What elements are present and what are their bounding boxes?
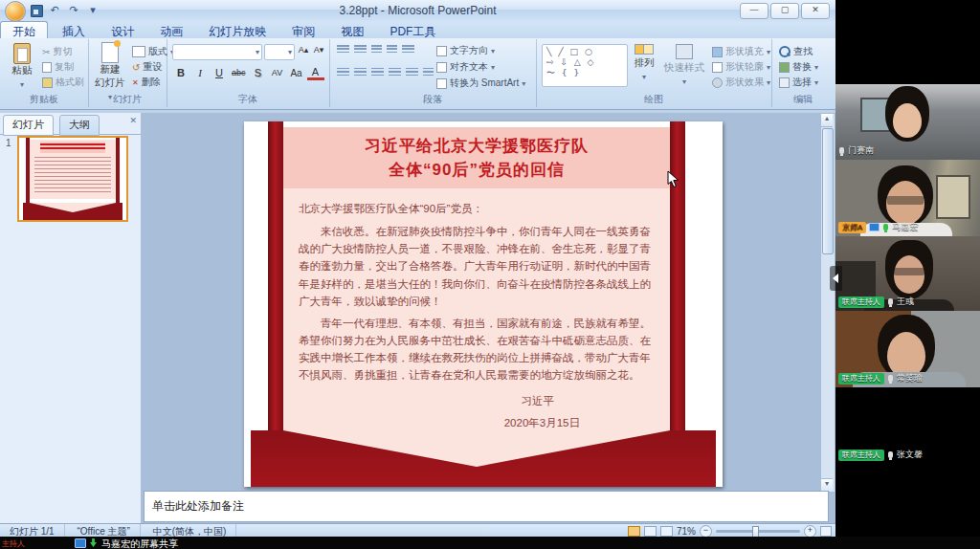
window-controls: — ▢ ✕ bbox=[740, 3, 830, 19]
quick-styles-button[interactable]: 快速样式 ▾ bbox=[662, 44, 706, 86]
fit-to-window-button[interactable] bbox=[820, 526, 832, 537]
scroll-down-icon[interactable]: ▾ bbox=[821, 478, 833, 492]
tab-outline[interactable]: 大纲 bbox=[59, 115, 100, 136]
text-direction-icon bbox=[436, 46, 447, 56]
group-editing: 查找 替换 ▾ 选择 ▾ 编辑 bbox=[771, 39, 835, 107]
sidebar-collapse-arrow[interactable] bbox=[830, 266, 842, 291]
participant-name: 常笑瑜 bbox=[897, 372, 923, 384]
video-tile-3[interactable]: 联席主持人 王彧 bbox=[835, 236, 980, 311]
bullets-button[interactable] bbox=[337, 45, 349, 55]
slideshow-view-button[interactable] bbox=[660, 526, 673, 537]
shapes-row-2: ⇨ ⇩ △ ◇ bbox=[546, 57, 623, 68]
group-slides: 新建 幻灯片 ▾ 版式 ▾ ↺ 重设 ✕ 删除 幻灯片 bbox=[88, 39, 167, 107]
align-right-button[interactable] bbox=[371, 68, 384, 77]
sharing-icon bbox=[869, 223, 880, 231]
scrollbar-thumb[interactable] bbox=[822, 128, 834, 254]
text-shadow-button[interactable]: S bbox=[250, 66, 267, 80]
align-center-button[interactable] bbox=[354, 68, 367, 77]
numbering-button[interactable] bbox=[354, 45, 367, 55]
video-tile-5[interactable]: 联席主持人 张文馨 bbox=[835, 387, 980, 537]
cut-button[interactable]: ✂ 剪切 bbox=[42, 45, 72, 58]
screen-share-label: 马嘉宏的屏幕共享 bbox=[101, 538, 178, 549]
group-drawing: ╲ ╱ □ ○ ⇨ ⇩ △ ◇ 〜 { } 排列 ▾ 快速样式 ▾ bbox=[536, 39, 772, 107]
powerpoint-window: ↶ ↷ ▾ 3.28ppt - Microsoft PowerPoint — ▢… bbox=[0, 0, 835, 537]
align-left-button[interactable] bbox=[337, 68, 349, 77]
replace-icon bbox=[779, 62, 790, 73]
character-spacing-button[interactable]: AV bbox=[269, 66, 286, 80]
zoom-slider[interactable] bbox=[716, 530, 800, 533]
text-direction-button[interactable]: 文字方向 ▾ bbox=[436, 44, 495, 57]
scroll-up-icon[interactable]: ▴ bbox=[821, 114, 833, 127]
status-bar: 幻灯片 1/1 “Office 主题” 中文(简体，中国) 71% − + bbox=[0, 523, 835, 538]
delete-slide-button[interactable]: ✕ 删除 bbox=[132, 76, 161, 89]
shape-effects-button[interactable]: 形状效果 ▾ bbox=[712, 76, 770, 89]
copy-button[interactable]: 复制 bbox=[42, 60, 74, 74]
notes-pane[interactable]: 单击此处添加备注 bbox=[144, 491, 829, 522]
copy-icon bbox=[42, 62, 52, 73]
slides-panel: 幻灯片 大纲 ✕ 1 bbox=[0, 113, 142, 523]
slide[interactable]: 习近平给北京大学援鄂医疗队 全体“90后”党员的回信 北京大学援鄂医疗队全体“9… bbox=[244, 121, 723, 487]
slides-panel-tabs: 幻灯片 大纲 ✕ bbox=[0, 113, 141, 135]
select-button[interactable]: 选择 ▾ bbox=[779, 76, 818, 89]
cohost-badge: 联席主持人 bbox=[838, 296, 884, 308]
increase-indent-button[interactable] bbox=[387, 45, 397, 55]
shapes-gallery[interactable]: ╲ ╱ □ ○ ⇨ ⇩ △ ◇ 〜 { } bbox=[542, 44, 628, 87]
find-button[interactable]: 查找 bbox=[779, 45, 813, 58]
panel-close-icon[interactable]: ✕ bbox=[129, 116, 137, 125]
video-tile-1[interactable]: 门赛南 bbox=[835, 0, 980, 160]
video-tile-2[interactable]: 京师A 马嘉宏 bbox=[835, 160, 980, 236]
find-icon bbox=[779, 46, 791, 57]
font-name-combo[interactable]: ▾ bbox=[172, 44, 262, 60]
video-tile-4[interactable]: 联席主持人 常笑瑜 bbox=[835, 311, 980, 387]
arrange-button[interactable]: 排列 ▾ bbox=[628, 44, 660, 81]
shape-fill-button[interactable]: 形状填充 ▾ bbox=[712, 45, 770, 58]
bold-button[interactable]: B bbox=[172, 66, 189, 80]
convert-smartart-button[interactable]: 转换为 SmartArt ▾ bbox=[436, 77, 525, 90]
normal-view-button[interactable] bbox=[628, 526, 640, 537]
vertical-scrollbar[interactable]: ▴ ▾ bbox=[820, 113, 835, 493]
tab-slides-thumbnails[interactable]: 幻灯片 bbox=[3, 115, 54, 136]
slide-title-line-2: 全体“90后”党员的回信 bbox=[283, 158, 670, 183]
new-slide-icon bbox=[101, 42, 119, 63]
maximize-button[interactable]: ▢ bbox=[770, 3, 799, 19]
shape-outline-icon bbox=[712, 62, 723, 73]
status-slide-number: 幻灯片 1/1 bbox=[0, 524, 65, 537]
shape-outline-button[interactable]: 形状轮廓 ▾ bbox=[712, 60, 770, 74]
zoom-in-button[interactable]: + bbox=[804, 525, 816, 538]
participants-sidebar: 门赛南 京师A 马嘉宏 联席 bbox=[835, 0, 980, 537]
columns-button[interactable] bbox=[423, 68, 434, 77]
reset-button[interactable]: ↺ 重设 bbox=[132, 60, 162, 74]
shrink-font-button[interactable]: A▾ bbox=[310, 43, 327, 57]
font-size-combo[interactable]: ▾ bbox=[264, 44, 295, 60]
role-badge: 京师A bbox=[838, 222, 866, 233]
decrease-indent-button[interactable] bbox=[371, 45, 382, 55]
slide-title[interactable]: 习近平给北京大学援鄂医疗队 全体“90后”党员的回信 bbox=[283, 127, 670, 188]
underline-button[interactable]: U bbox=[211, 66, 228, 80]
slide-title-line-1: 习近平给北京大学援鄂医疗队 bbox=[283, 134, 670, 159]
minimize-button[interactable]: — bbox=[740, 3, 768, 19]
replace-button[interactable]: 替换 ▾ bbox=[779, 60, 818, 74]
close-button[interactable]: ✕ bbox=[801, 3, 830, 19]
justify-button[interactable] bbox=[389, 68, 401, 77]
line-spacing-button[interactable] bbox=[402, 45, 414, 55]
zoom-out-button[interactable]: − bbox=[700, 525, 712, 538]
cohost-badge: 联席主持人 bbox=[838, 373, 884, 384]
slide-sorter-view-button[interactable] bbox=[644, 526, 657, 537]
mouse-cursor bbox=[667, 170, 679, 188]
paste-button[interactable]: 粘贴 ▾ bbox=[6, 43, 38, 89]
reset-icon: ↺ bbox=[132, 62, 140, 73]
letter-paragraph-1: 来信收悉。在新冠肺炎疫情防控斗争中，你们青年人同在一线英勇奋战的广大疫情防控人员… bbox=[299, 223, 655, 310]
strikethrough-button[interactable]: abc bbox=[230, 66, 248, 80]
format-painter-icon bbox=[42, 77, 53, 88]
group-font: ▾ ▾ A▴ A▾ B I U abc S AV Aa A 字体 bbox=[167, 39, 330, 107]
format-painter-button[interactable]: 格式刷 bbox=[42, 76, 84, 89]
slide-thumbnail[interactable] bbox=[17, 136, 128, 222]
italic-button[interactable]: I bbox=[191, 66, 209, 80]
change-case-button[interactable]: Aa bbox=[288, 66, 305, 80]
mic-icon bbox=[888, 375, 893, 382]
font-color-button[interactable]: A bbox=[307, 66, 324, 80]
distribute-button[interactable] bbox=[406, 68, 418, 77]
slide-body-text[interactable]: 北京大学援鄂医疗队全体“90后”党员： 来信收悉。在新冠肺炎疫情防控斗争中，你们… bbox=[283, 188, 670, 430]
glasses-decor bbox=[894, 268, 924, 275]
align-text-button[interactable]: 对齐文本 ▾ bbox=[436, 60, 495, 74]
